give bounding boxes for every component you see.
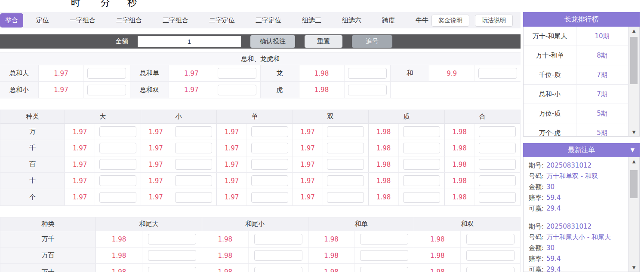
- bet-amount-input[interactable]: [479, 126, 516, 137]
- bet-amount-input[interactable]: [254, 267, 302, 272]
- bet-amount-input[interactable]: [148, 267, 196, 272]
- bet-amount-input[interactable]: [99, 159, 136, 170]
- bet-amount-input[interactable]: [175, 126, 212, 137]
- tab-7[interactable]: 组选三: [298, 13, 326, 28]
- bet-amount-input[interactable]: [327, 126, 364, 137]
- bet-amount-input[interactable]: [99, 143, 136, 153]
- amount-input[interactable]: [138, 36, 241, 47]
- odds-value: 1.97: [141, 173, 171, 189]
- bet-amount-input[interactable]: [99, 192, 136, 203]
- bet-amount-input[interactable]: [327, 192, 364, 203]
- latest-bets-scrollbar[interactable]: ▲ ▼: [628, 157, 639, 272]
- bet-amount-input[interactable]: [251, 159, 288, 170]
- bet-amount-input[interactable]: [251, 192, 288, 203]
- bet-cell-group: 虎1.98: [260, 82, 391, 98]
- bet-cell-group: 1.97: [217, 189, 293, 205]
- odds-value: 1.98: [414, 264, 461, 272]
- scrollbar-thumb[interactable]: [630, 170, 638, 198]
- bet-input-cell: [345, 82, 391, 98]
- bet-amount-input[interactable]: [466, 267, 515, 272]
- bet-input-cell: [171, 156, 216, 172]
- chase-number-button[interactable]: 追号: [352, 35, 392, 48]
- bet-amount-input[interactable]: [478, 68, 517, 79]
- bet-amount-input[interactable]: [360, 267, 408, 272]
- bet-amount-input[interactable]: [327, 159, 364, 170]
- scrollbar-thumb[interactable]: [630, 37, 638, 84]
- bet-amount-input[interactable]: [403, 126, 440, 137]
- bet-amount-input[interactable]: [348, 68, 387, 79]
- bet-amount-input[interactable]: [251, 175, 288, 186]
- confirm-bet-button[interactable]: 确认投注: [250, 35, 295, 48]
- scroll-down-arrow-icon[interactable]: ▼: [629, 130, 639, 134]
- bet-field-value: 20250831012: [546, 223, 592, 230]
- column-header: 和尾小: [202, 217, 308, 231]
- odds-value: 1.98: [96, 264, 142, 272]
- bet-amount-input[interactable]: [254, 250, 302, 261]
- tab-3[interactable]: 二字组合: [112, 13, 146, 28]
- ranking-row: 万位-质5期: [524, 104, 639, 123]
- tab-1[interactable]: 定位: [32, 13, 53, 28]
- bet-amount-input[interactable]: [327, 143, 364, 153]
- tab-6[interactable]: 三字定位: [251, 13, 286, 28]
- odds-value: 1.97: [65, 189, 95, 205]
- odds-value: 9.9: [429, 65, 475, 81]
- bet-amount-input[interactable]: [251, 126, 288, 137]
- bet-cell-group: 1.98: [369, 124, 445, 140]
- bet-amount-input[interactable]: [403, 175, 440, 186]
- bet-amount-input[interactable]: [403, 159, 440, 170]
- bet-amount-input[interactable]: [175, 159, 212, 170]
- tab-9[interactable]: 跨度: [378, 13, 399, 28]
- tab-5[interactable]: 二字定位: [205, 13, 239, 28]
- bet-amount-input[interactable]: [99, 175, 136, 186]
- latest-bets-title: 最新注单: [568, 146, 595, 155]
- bet-amount-input[interactable]: [87, 68, 126, 79]
- reset-button[interactable]: 重置: [305, 35, 342, 48]
- bet-amount-input[interactable]: [360, 234, 408, 244]
- bet-amount-input[interactable]: [479, 159, 516, 170]
- rules-button[interactable]: 玩法说明: [475, 15, 513, 27]
- row-label: 个: [0, 189, 65, 205]
- prize-info-button[interactable]: 奖金说明: [431, 15, 469, 27]
- tab-0[interactable]: 整合: [0, 13, 23, 28]
- bet-amount-input[interactable]: [479, 192, 516, 203]
- bet-amount-input[interactable]: [466, 234, 515, 244]
- bet-input-cell: [171, 173, 216, 189]
- bet-amount-input[interactable]: [479, 143, 516, 153]
- bet-amount-input[interactable]: [403, 192, 440, 203]
- bet-amount-input[interactable]: [175, 192, 212, 203]
- ranking-row: 万个-虎5期: [524, 123, 639, 137]
- tab-8[interactable]: 组选六: [338, 13, 366, 28]
- bet-amount-input[interactable]: [251, 143, 288, 153]
- bet-amount-input[interactable]: [403, 143, 440, 153]
- latest-bets-panel: 最新注单 ▼ 期号:20250831012号码:万十和单双 - 和双金额:30赔…: [523, 143, 640, 272]
- bet-amount-input[interactable]: [175, 175, 212, 186]
- bet-amount-input[interactable]: [99, 126, 136, 137]
- ranking-streak: 5期: [576, 123, 628, 137]
- tab-4[interactable]: 三字组合: [158, 13, 193, 28]
- bet-amount-input[interactable]: [148, 234, 196, 244]
- scroll-up-arrow-icon[interactable]: ▲: [629, 159, 639, 164]
- bet-amount-input[interactable]: [87, 85, 126, 95]
- bet-amount-input[interactable]: [218, 68, 256, 79]
- tab-2[interactable]: 一字组合: [65, 13, 100, 28]
- latest-bets-body: 期号:20250831012号码:万十和单双 - 和双金额:30赔率:59.4可…: [523, 157, 640, 272]
- scroll-down-arrow-icon[interactable]: ▼: [629, 265, 639, 270]
- bet-amount-input[interactable]: [360, 250, 408, 261]
- collapse-caret-icon[interactable]: ▼: [631, 147, 635, 153]
- scroll-up-arrow-icon[interactable]: ▲: [629, 28, 639, 33]
- bet-amount-input[interactable]: [327, 175, 364, 186]
- bet-amount-input[interactable]: [479, 175, 516, 186]
- column-header: 小: [141, 110, 217, 123]
- bet-amount-input[interactable]: [466, 250, 515, 261]
- bet-amount-input[interactable]: [348, 85, 387, 95]
- bet-amount-input[interactable]: [254, 234, 302, 244]
- dragon-ranking-scrollbar[interactable]: ▲ ▼: [628, 27, 639, 136]
- tab-10[interactable]: 牛牛: [411, 13, 433, 28]
- odds-value: 1.97: [39, 65, 84, 81]
- odds-value: 1.97: [65, 140, 95, 156]
- bet-amount-input[interactable]: [148, 250, 196, 261]
- bet-amount-input[interactable]: [218, 85, 256, 95]
- bet-cell-group: 和9.9: [390, 65, 521, 81]
- ranking-row: 千位-质7期: [524, 65, 639, 85]
- bet-amount-input[interactable]: [175, 143, 212, 153]
